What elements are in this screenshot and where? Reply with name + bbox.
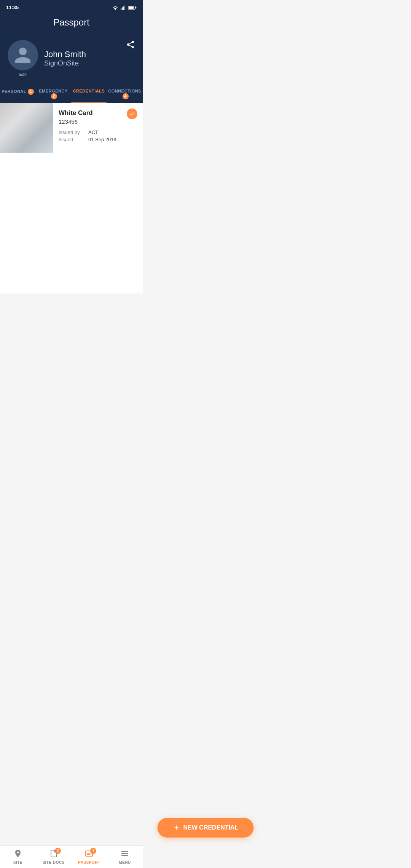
profile-section: Edit John Smith SignOnSite	[0, 34, 143, 84]
credential-issued-by: Issued by ACT	[59, 129, 137, 135]
status-bar: 11:35	[0, 0, 143, 13]
status-icons	[112, 5, 137, 10]
page-header: Passport	[0, 13, 143, 34]
share-icon	[126, 40, 135, 49]
svg-rect-6	[135, 6, 136, 8]
wifi-icon	[112, 5, 118, 10]
edit-label[interactable]: Edit	[19, 72, 27, 77]
svg-rect-1	[122, 7, 123, 10]
checkmark-icon	[129, 111, 135, 117]
status-time: 11:35	[6, 5, 19, 10]
credential-card[interactable]: White Card 123456 Issued by ACT Issued 0…	[0, 103, 143, 153]
credential-image	[0, 103, 53, 153]
tabs: PERSONAL1 EMERGENCY2 CREDENTIALS CONNECT…	[0, 84, 143, 103]
avatar[interactable]	[8, 40, 38, 70]
profile-name: John Smith	[44, 49, 135, 59]
person-icon	[13, 46, 32, 65]
svg-rect-0	[121, 8, 121, 10]
svg-rect-3	[124, 5, 125, 10]
share-button[interactable]	[126, 40, 135, 50]
signal-icon	[121, 5, 126, 10]
credential-number: 123456	[59, 118, 137, 125]
avatar-container[interactable]: Edit	[8, 40, 38, 77]
verified-badge	[127, 108, 137, 119]
profile-company: SignOnSite	[44, 59, 135, 67]
credential-issued: Issued 01 Sep 2019	[59, 137, 137, 142]
tab-credentials[interactable]: CREDENTIALS	[71, 84, 107, 103]
page-title: Passport	[6, 17, 137, 28]
credential-title: White Card	[59, 109, 137, 117]
tab-connections[interactable]: CONNECTIONS4	[107, 84, 143, 103]
tab-personal[interactable]: PERSONAL1	[0, 84, 35, 103]
tab-emergency[interactable]: EMERGENCY2	[35, 84, 71, 103]
battery-icon	[128, 5, 137, 10]
profile-info: John Smith SignOnSite	[44, 49, 135, 67]
content-area: White Card 123456 Issued by ACT Issued 0…	[0, 103, 143, 294]
credential-details: White Card 123456 Issued by ACT Issued 0…	[53, 103, 143, 153]
svg-rect-5	[129, 6, 134, 9]
main-content	[0, 294, 143, 446]
svg-rect-2	[123, 6, 124, 10]
